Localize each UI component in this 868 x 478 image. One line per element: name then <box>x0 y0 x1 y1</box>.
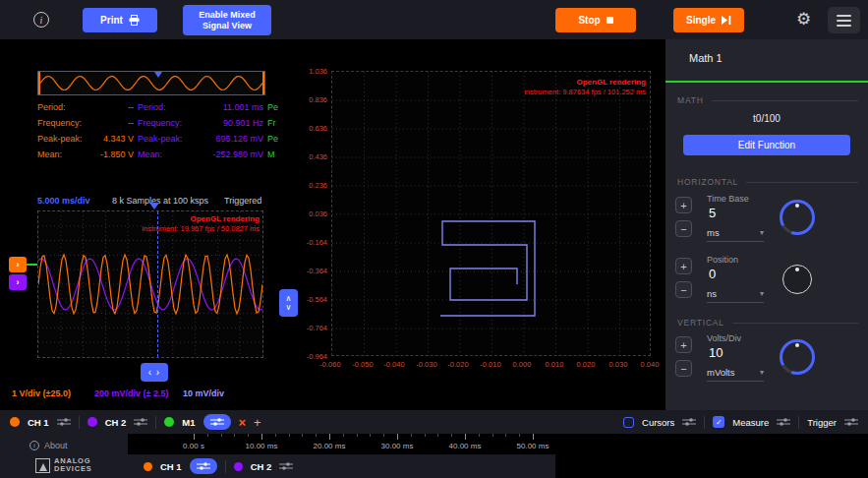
m1-settings-button-active[interactable] <box>203 414 231 430</box>
ch1-chip[interactable]: CH 1 <box>160 461 182 472</box>
timebase-knob[interactable] <box>780 200 815 235</box>
section-horizontal-label: HORIZONTAL <box>677 177 738 187</box>
timebase-decrement-button[interactable]: − <box>675 220 692 237</box>
stop-button[interactable]: Stop <box>555 8 636 32</box>
voltsdiv-increment-button[interactable]: + <box>675 336 692 353</box>
dropdown-underline <box>707 241 764 242</box>
voltsdiv-knob[interactable] <box>780 339 815 375</box>
measure-settings-icon[interactable] <box>777 417 790 427</box>
position-unit-dropdown[interactable]: ns ▾ <box>707 288 764 299</box>
tools-group: Cursors ✓ Measure Trigger <box>623 416 858 429</box>
ch1-mean-label: Mean: <box>37 147 87 162</box>
ch2-offset-handle[interactable]: › <box>9 274 27 290</box>
measurements-panel: Period: -- Period: 11.001 ms Pe Frequenc… <box>37 99 283 162</box>
m1-chip[interactable]: M1 <box>182 417 195 428</box>
timebase-unit-dropdown[interactable]: ms ▾ <box>707 227 764 238</box>
ruler-label: 30.00 ms <box>373 442 422 450</box>
ch1-chip[interactable]: CH 1 <box>28 417 49 428</box>
ch2-settings-icon[interactable] <box>279 461 293 471</box>
xy-ytick: 0.436 <box>291 152 327 161</box>
single-button[interactable]: Single <box>673 8 744 32</box>
m1-color-dot[interactable] <box>164 417 174 427</box>
timebase-increment-button[interactable]: + <box>675 197 692 213</box>
trigger-settings-icon[interactable] <box>844 417 858 427</box>
cursors-checkbox[interactable] <box>623 417 634 428</box>
waveform-preview-strip[interactable] <box>37 71 265 95</box>
ch2-period-value: 11.001 ms <box>199 99 263 115</box>
xy-xtick: 0.020 <box>569 360 603 369</box>
ch1-settings-button-active[interactable] <box>190 458 217 474</box>
enable-mixed-signal-button[interactable]: Enable Mixed Signal View <box>183 5 271 35</box>
ch2-mean-label: Mean: <box>138 147 195 162</box>
xy-ytick: 0.636 <box>291 124 327 133</box>
xy-xtick: 0.000 <box>505 360 539 369</box>
ch1-peakpeak-value: 4.343 V <box>90 131 134 147</box>
measure-label: Measure <box>732 417 769 428</box>
xy-ytick: 0.836 <box>291 95 327 104</box>
divider <box>798 416 799 429</box>
stop-square-icon <box>607 17 613 24</box>
ruler-label: 40.00 ms <box>440 442 490 450</box>
ch2-color-dot[interactable] <box>234 462 243 471</box>
app-sidebar-footer: i About ANALOG DEVICES <box>0 434 128 478</box>
time-domain-plot[interactable]: OpenGL rendering instrument: 19.967 fps … <box>37 210 263 358</box>
position-increment-button[interactable]: + <box>675 258 692 274</box>
voltsdiv-unit-dropdown[interactable]: mVolts ▾ <box>707 367 764 378</box>
math-xy-plot[interactable]: OpenGL rendering instrument: 9.87634 fps… <box>331 71 651 356</box>
position-decrement-button[interactable]: − <box>675 281 692 298</box>
ch2-frequency-label: Frequency: <box>138 115 195 131</box>
ch2-chip[interactable]: CH 2 <box>251 461 272 472</box>
print-label: Print <box>100 15 123 26</box>
voltsdiv-unit: mVolts <box>707 367 735 378</box>
trigger-status: Triggered <box>224 196 261 206</box>
m1-mean-label-partial: M <box>267 147 283 162</box>
xy-xtick: 0.010 <box>538 360 571 369</box>
ch2-chip[interactable]: CH 2 <box>105 417 127 428</box>
analog-devices-logo: ANALOG DEVICES <box>35 457 92 473</box>
opengl-overlay: OpenGL rendering instrument: 19.967 fps … <box>142 214 260 234</box>
gear-icon[interactable]: ⚙ <box>796 10 811 30</box>
preview-right-handle[interactable] <box>262 72 264 94</box>
timebase-value[interactable]: 5 <box>709 206 716 220</box>
menu-line <box>837 15 851 17</box>
single-label: Single <box>686 15 716 26</box>
ch1-settings-icon[interactable] <box>57 417 71 427</box>
preview-waveform <box>40 73 262 93</box>
knob-indicator <box>795 343 799 347</box>
section-math-label: MATH <box>677 95 704 105</box>
divider <box>79 416 80 429</box>
ch2-peakpeak-label: Peak-peak: <box>138 131 195 147</box>
vertical-pan-button[interactable]: ∧ ∨ <box>279 289 298 317</box>
xy-ytick: 1.036 <box>291 67 327 76</box>
printer-icon <box>129 15 140 26</box>
about-item[interactable]: i About <box>29 441 68 450</box>
position-knob[interactable] <box>782 265 812 294</box>
timebase-readout: 5.000 ms/div <box>37 196 90 206</box>
ch2-settings-icon[interactable] <box>134 417 147 427</box>
horizontal-pan-button[interactable]: ‹ › <box>141 363 168 382</box>
voltsdiv-decrement-button[interactable]: − <box>675 360 692 377</box>
ch1-offset-handle[interactable]: › <box>9 257 27 272</box>
xy-xtick: -0.030 <box>410 360 443 369</box>
xy-xtick: 0.040 <box>633 360 666 369</box>
xy-xtick: -0.050 <box>346 360 379 369</box>
m1-close-icon[interactable]: × <box>239 416 247 429</box>
ch2-color-dot[interactable] <box>87 417 97 427</box>
cursors-settings-icon[interactable] <box>682 417 696 427</box>
edit-function-button[interactable]: Edit Function <box>683 135 850 155</box>
math-curve <box>332 72 652 357</box>
info-icon[interactable]: i <box>33 12 49 28</box>
stop-label: Stop <box>578 15 600 26</box>
timebase-label: Time Base <box>707 194 749 204</box>
print-button[interactable]: Print <box>83 8 157 32</box>
ch1-color-dot[interactable] <box>144 462 152 471</box>
ruler-label: 50.00 ms <box>508 442 557 450</box>
voltsdiv-value[interactable]: 10 <box>709 345 723 360</box>
ch1-color-dot[interactable] <box>10 417 20 427</box>
position-value[interactable]: 0 <box>709 267 716 281</box>
preview-trigger-marker-icon[interactable] <box>154 72 162 78</box>
measure-checkbox-checked[interactable]: ✓ <box>713 416 724 428</box>
add-channel-button[interactable]: + <box>254 416 261 429</box>
trigger-position-marker-icon[interactable] <box>149 203 159 209</box>
hamburger-menu-button[interactable] <box>828 7 860 33</box>
